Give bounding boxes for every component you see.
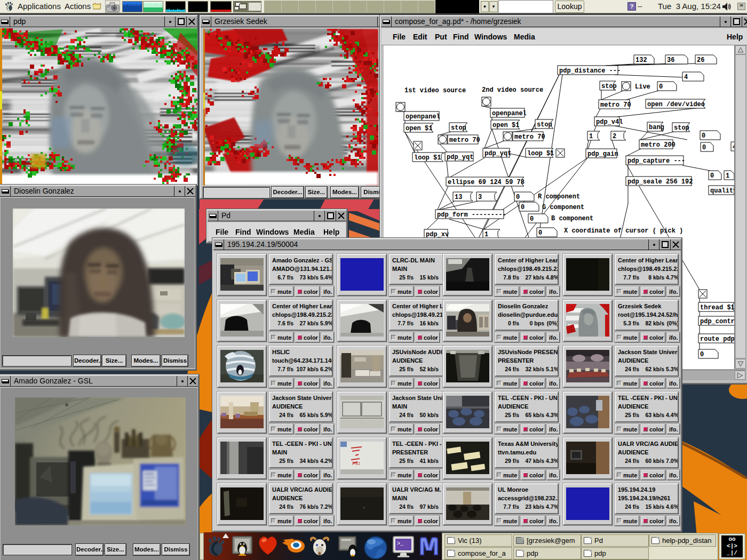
svg-text:0: 0 — [516, 194, 520, 201]
svg-text:pdp_xv: pdp_xv — [426, 231, 449, 238]
svg-text:1: 1 — [484, 231, 488, 238]
svg-text:36: 36 — [667, 57, 674, 64]
svg-text:G component: G component — [542, 204, 584, 211]
svg-text:pdp_form ---------: pdp_form --------- — [437, 211, 506, 219]
svg-text:pdp_v4l: pdp_v4l — [596, 118, 623, 126]
svg-text:>_: >_ — [397, 541, 404, 547]
svg-text:open $1: open $1 — [492, 122, 519, 129]
svg-text:1: 1 — [589, 133, 593, 140]
svg-text:metro 70: metro 70 — [514, 133, 545, 141]
svg-text:stop: stop — [537, 121, 552, 129]
svg-text:ellipse 69 124 59 78: ellipse 69 124 59 78 — [448, 179, 525, 186]
svg-text:pdp_gain: pdp_gain — [587, 150, 618, 158]
svg-text:open /dev/video: open /dev/video — [647, 101, 705, 108]
svg-text:0: 0 — [700, 351, 704, 358]
svg-text:13: 13 — [455, 194, 462, 201]
svg-text:bang: bang — [649, 124, 664, 131]
svg-text:pdp_control: pdp_control — [700, 318, 734, 325]
svg-text:1: 1 — [726, 172, 729, 180]
svg-text:PKI: PKI — [352, 461, 360, 466]
svg-text:thread $1: thread $1 — [700, 304, 734, 311]
svg-text:2nd video source: 2nd video source — [482, 86, 543, 94]
svg-text:B component: B component — [551, 215, 593, 222]
svg-text:metro 70: metro 70 — [449, 137, 480, 144]
svg-text:loop $1: loop $1 — [414, 154, 441, 162]
svg-text:Live: Live — [635, 83, 650, 91]
svg-text:R component: R component — [538, 193, 580, 201]
svg-text:openpanel: openpanel — [406, 113, 440, 121]
svg-text:metro 200: metro 200 — [641, 141, 676, 149]
svg-text:stop: stop — [451, 124, 466, 132]
svg-text:loop $1: loop $1 — [527, 150, 554, 157]
svg-text:0: 0 — [538, 229, 542, 237]
svg-text:pdp_seale 256 192: pdp_seale 256 192 — [627, 178, 693, 186]
svg-text:0: 0 — [702, 132, 705, 140]
svg-text:route pdp_: route pdp_ — [700, 335, 734, 343]
svg-text:0: 0 — [521, 204, 525, 211]
svg-text:stop: stop — [601, 83, 617, 90]
svg-text:26: 26 — [697, 57, 704, 64]
svg-text:X coordinate of cursor ( pick: X coordinate of cursor ( pick ) — [564, 227, 683, 235]
svg-text:1st video source: 1st video source — [404, 87, 466, 94]
svg-text:pdp_capture ---: pdp_capture --- — [627, 157, 685, 165]
svg-text:pdp_yqt: pdp_yqt — [484, 150, 511, 157]
svg-text:open $1: open $1 — [406, 125, 432, 132]
svg-text:2: 2 — [613, 133, 616, 140]
svg-text:quality: quality — [710, 187, 734, 195]
svg-text:3: 3 — [478, 194, 482, 201]
svg-text:4: 4 — [684, 74, 688, 81]
svg-text:stop: stop — [674, 124, 689, 132]
svg-text:pdp_yqt: pdp_yqt — [447, 154, 473, 161]
svg-text:pdp_distance ---: pdp_distance --- — [559, 67, 621, 75]
svg-text:metro 70: metro 70 — [600, 101, 631, 109]
svg-text:0: 0 — [702, 144, 706, 151]
svg-text:132: 132 — [635, 57, 647, 64]
svg-text:openpanel: openpanel — [492, 110, 527, 117]
svg-text:0: 0 — [659, 83, 663, 91]
svg-text:0: 0 — [710, 172, 714, 180]
svg-text:0: 0 — [530, 215, 534, 223]
